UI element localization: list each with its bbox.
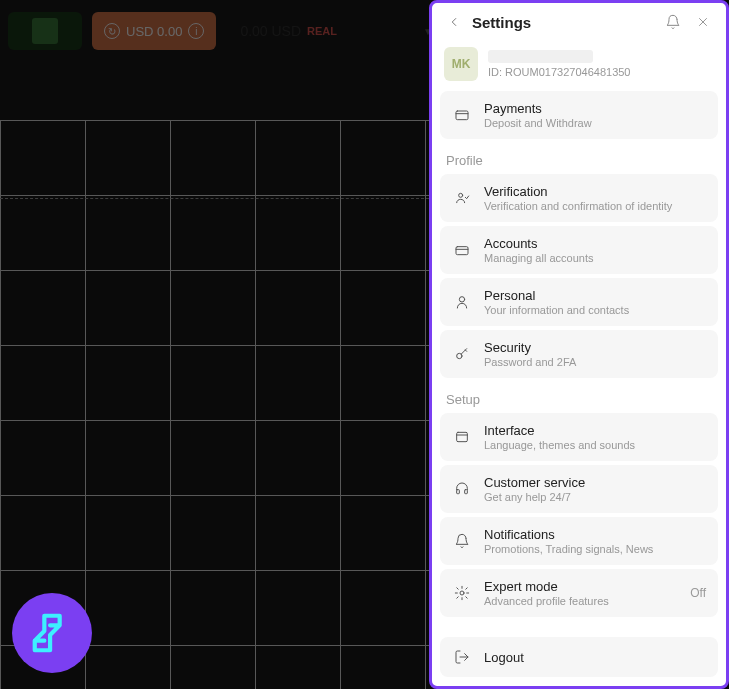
headset-icon <box>452 479 472 499</box>
item-subtitle: Your information and contacts <box>484 304 706 316</box>
panel-title: Settings <box>472 14 654 31</box>
avatar: MK <box>444 47 478 81</box>
item-title: Customer service <box>484 475 706 490</box>
settings-item-interface[interactable]: Interface Language, themes and sounds <box>440 413 718 461</box>
expert-mode-state: Off <box>690 586 706 600</box>
user-id: ID: ROUM017327046481350 <box>488 66 714 78</box>
item-title: Logout <box>484 650 706 665</box>
item-title: Verification <box>484 184 706 199</box>
settings-item-personal[interactable]: Personal Your information and contacts <box>440 278 718 326</box>
key-icon <box>452 344 472 364</box>
settings-item-customer-service[interactable]: Customer service Get any help 24/7 <box>440 465 718 513</box>
card-icon <box>452 240 472 260</box>
item-subtitle: Password and 2FA <box>484 356 706 368</box>
item-title: Security <box>484 340 706 355</box>
svg-rect-4 <box>456 247 468 255</box>
user-profile[interactable]: MK ID: ROUM017327046481350 <box>432 41 726 91</box>
wallet-icon <box>452 105 472 125</box>
chevron-left-icon <box>447 15 461 29</box>
svg-rect-2 <box>456 111 468 120</box>
item-subtitle: Verification and confirmation of identit… <box>484 200 706 212</box>
settings-item-security[interactable]: Security Password and 2FA <box>440 330 718 378</box>
user-name-placeholder <box>488 50 593 63</box>
item-subtitle: Advanced profile features <box>484 595 678 607</box>
user-info: ID: ROUM017327046481350 <box>488 50 714 78</box>
item-subtitle: Promotions, Trading signals, News <box>484 543 706 555</box>
logo-icon <box>29 610 75 656</box>
item-title: Accounts <box>484 236 706 251</box>
close-icon <box>696 15 710 29</box>
logout-button[interactable]: Logout <box>440 637 718 677</box>
settings-item-expert-mode[interactable]: Expert mode Advanced profile features Of… <box>440 569 718 617</box>
settings-item-notifications[interactable]: Notifications Promotions, Trading signal… <box>440 517 718 565</box>
person-icon <box>452 292 472 312</box>
item-subtitle: Deposit and Withdraw <box>484 117 706 129</box>
bell-icon <box>452 531 472 551</box>
svg-rect-7 <box>457 432 468 441</box>
window-icon <box>452 427 472 447</box>
item-subtitle: Language, themes and sounds <box>484 439 706 451</box>
svg-point-10 <box>460 591 464 595</box>
panel-body: Payments Deposit and Withdraw Profile Ve… <box>432 91 726 686</box>
svg-point-5 <box>459 297 464 302</box>
item-subtitle: Managing all accounts <box>484 252 706 264</box>
item-title: Payments <box>484 101 706 116</box>
svg-rect-9 <box>465 490 468 494</box>
close-button[interactable] <box>692 11 714 33</box>
item-title: Interface <box>484 423 706 438</box>
bell-icon <box>665 14 681 30</box>
item-title: Expert mode <box>484 579 678 594</box>
brand-logo[interactable] <box>12 593 92 673</box>
settings-item-verification[interactable]: Verification Verification and confirmati… <box>440 174 718 222</box>
settings-item-payments[interactable]: Payments Deposit and Withdraw <box>440 91 718 139</box>
notifications-button[interactable] <box>662 11 684 33</box>
settings-panel: Settings MK ID: ROUM017327046481350 Paym… <box>429 0 729 689</box>
back-button[interactable] <box>444 12 464 32</box>
svg-rect-8 <box>457 490 460 494</box>
item-title: Notifications <box>484 527 706 542</box>
section-profile-label: Profile <box>440 143 718 174</box>
section-setup-label: Setup <box>440 382 718 413</box>
panel-header: Settings <box>432 3 726 41</box>
settings-item-accounts[interactable]: Accounts Managing all accounts <box>440 226 718 274</box>
gear-icon <box>452 583 472 603</box>
item-title: Personal <box>484 288 706 303</box>
identity-icon <box>452 188 472 208</box>
item-subtitle: Get any help 24/7 <box>484 491 706 503</box>
logout-icon <box>452 647 472 667</box>
svg-point-3 <box>459 193 463 197</box>
